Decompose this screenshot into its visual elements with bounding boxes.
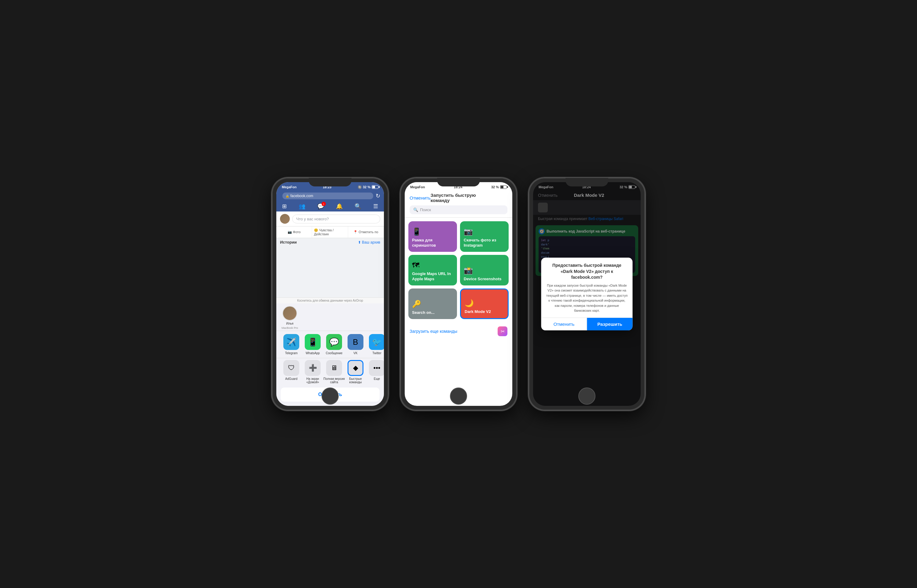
p2-title: Запустить быструю команду bbox=[431, 192, 493, 203]
fullsite-icon: 🖥 bbox=[326, 360, 342, 376]
share-app-twitter[interactable]: 🐦 Twitter bbox=[366, 334, 384, 355]
p2-card-frame[interactable]: 📱 Рамка для скриншотов bbox=[408, 221, 457, 252]
frame-icon: 📱 bbox=[412, 228, 453, 236]
fb-menu-icon[interactable]: ☰ bbox=[373, 203, 378, 210]
p2-load-link[interactable]: Загрузить еще команды bbox=[410, 329, 457, 334]
vk-icon: В bbox=[347, 334, 363, 350]
messenger-badge: 1 bbox=[321, 202, 326, 206]
p1-airdrop-banner: Коснитесь для обмена данными через AirDr… bbox=[276, 297, 384, 304]
p3-permission-dialog: Предоставить быстрой команде «Dark Mode … bbox=[541, 258, 633, 330]
p2-cancel-btn[interactable]: Отменить bbox=[410, 195, 431, 200]
share-app-messages[interactable]: 💬 Сообщение bbox=[323, 334, 345, 355]
p1-airdrop-section: Илья MacBook Pro bbox=[276, 304, 384, 331]
p1-airdrop-sub: MacBook Pro bbox=[281, 326, 298, 330]
shortcuts-icon: ◆ bbox=[347, 360, 363, 376]
p2-battery-icon bbox=[500, 185, 507, 189]
perm-cancel-btn[interactable]: Отменить bbox=[541, 318, 587, 330]
share-action-home[interactable]: ➕ На экран «Домой» bbox=[302, 360, 323, 384]
p1-share-apps: ✈️ Telegram 📱 WhatsApp 💬 Сообщение В VK bbox=[276, 331, 384, 358]
perm-body: При каждом запуске быстрой команды «Dark… bbox=[546, 283, 628, 313]
p2-shortcuts-app-icon: ✂ bbox=[497, 326, 507, 336]
maps-icon: 🗺 bbox=[412, 261, 453, 270]
telegram-icon: ✈️ bbox=[283, 334, 299, 350]
p1-stories-header: Истории ⬆ Ваш архив bbox=[276, 238, 384, 246]
p2-card-darkmode[interactable]: 🌙 Dark Mode V2 bbox=[460, 289, 509, 319]
share-app-telegram[interactable]: ✈️ Telegram bbox=[281, 334, 302, 355]
p1-home-button[interactable] bbox=[321, 388, 339, 405]
p1-post-input[interactable]: Что у вас нового? bbox=[292, 215, 380, 223]
fb-home-icon[interactable]: ⊞ bbox=[282, 203, 287, 210]
share-action-adguard[interactable]: 🛡 AdGuard bbox=[281, 360, 302, 384]
p2-home-button[interactable] bbox=[450, 388, 467, 405]
p1-time: 18:23 bbox=[323, 185, 331, 189]
add-home-icon: ➕ bbox=[305, 360, 321, 376]
p1-battery: 🔘 32 % bbox=[358, 185, 378, 189]
p1-post-box: Что у вас нового? bbox=[276, 212, 384, 226]
p2-search-bar[interactable]: 🔍 Поиск bbox=[410, 205, 507, 214]
p2-time: 18:24 bbox=[454, 185, 462, 189]
fb-messenger-icon[interactable]: 💬 1 bbox=[317, 203, 324, 210]
p2-search-icon: 🔍 bbox=[413, 207, 418, 212]
phone-3: MegaFon 18:24 32 % Отменить Dark Mode V2… bbox=[529, 178, 645, 410]
perm-allow-btn[interactable]: Разрешить bbox=[587, 318, 633, 330]
p2-header-top: Отменить Запустить быструю команду bbox=[410, 192, 507, 203]
instagram-icon: 📷 bbox=[464, 228, 505, 236]
perm-title: Предоставить быстрой команде «Dark Mode … bbox=[546, 263, 628, 281]
perm-buttons: Отменить Разрешить bbox=[541, 318, 633, 330]
messages-icon: 💬 bbox=[326, 334, 342, 350]
p2-card-screenshots[interactable]: 📸 Device Screenshots bbox=[460, 255, 509, 286]
search-on-icon: 🔑 bbox=[412, 300, 453, 309]
share-app-vk[interactable]: В VK bbox=[345, 334, 366, 355]
p1-feelings-btn[interactable]: 😊 Чувства / Действия bbox=[312, 226, 348, 238]
p2-card-search[interactable]: 🔑 Search on... bbox=[408, 289, 457, 319]
device-screenshots-icon: 📸 bbox=[464, 266, 505, 275]
share-action-shortcuts[interactable]: ◆ Быстрые команды bbox=[345, 360, 366, 384]
p1-checkin-btn[interactable]: 📍 Отметить по bbox=[348, 226, 384, 238]
phones-container: MegaFon 18:23 🔘 32 % 🔒 facebook.com ↻ ⊞ … bbox=[272, 178, 645, 410]
p3-home-button[interactable] bbox=[578, 388, 596, 405]
p2-carrier: MegaFon bbox=[410, 185, 425, 189]
p1-fb-toolbar: ⊞ 👥 💬 1 🔔 🔍 ☰ bbox=[276, 201, 384, 212]
phone-2-status-bar: MegaFon 18:24 32 % bbox=[405, 182, 512, 191]
phone-1-screen: MegaFon 18:23 🔘 32 % 🔒 facebook.com ↻ ⊞ … bbox=[276, 182, 384, 406]
share-action-more[interactable]: ••• Еще bbox=[366, 360, 384, 384]
p1-airdrop-user[interactable]: Илья MacBook Pro bbox=[281, 306, 299, 330]
p1-archive-link[interactable]: ⬆ Ваш архив bbox=[358, 240, 380, 244]
phone-3-screen: MegaFon 18:24 32 % Отменить Dark Mode V2… bbox=[533, 182, 641, 406]
p1-share-actions: 🛡 AdGuard ➕ На экран «Домой» 🖥 Полная ве… bbox=[276, 358, 384, 386]
p1-carrier: MegaFon bbox=[282, 185, 297, 189]
phone-2-screen: MegaFon 18:24 32 % Отменить Запустить бы… bbox=[405, 182, 512, 406]
p2-load-more: Загрузить еще команды ✂ bbox=[405, 323, 512, 340]
p1-browser-nav: 🔒 facebook.com ↻ bbox=[276, 191, 384, 201]
phone-1-status-bar: MegaFon 18:23 🔘 32 % bbox=[276, 182, 384, 191]
phone-1: MegaFon 18:23 🔘 32 % 🔒 facebook.com ↻ ⊞ … bbox=[272, 178, 388, 410]
battery-icon bbox=[372, 185, 378, 189]
darkmode-icon: 🌙 bbox=[465, 299, 504, 307]
adguard-icon: 🛡 bbox=[283, 360, 299, 376]
p2-header: Отменить Запустить быструю команду 🔍 Пои… bbox=[405, 191, 512, 218]
fb-search-icon[interactable]: 🔍 bbox=[355, 203, 361, 210]
p1-url-bar[interactable]: 🔒 facebook.com bbox=[283, 192, 373, 199]
share-app-whatsapp[interactable]: 📱 WhatsApp bbox=[302, 334, 323, 355]
p2-card-instagram[interactable]: 📷 Скачать фото из Instagram bbox=[460, 221, 509, 252]
p2-shortcuts-grid: 📱 Рамка для скриншотов 📷 Скачать фото из… bbox=[405, 218, 512, 323]
p1-airdrop-avatar bbox=[283, 306, 297, 321]
p1-user-avatar bbox=[280, 214, 290, 224]
p1-refresh-icon[interactable]: ↻ bbox=[376, 192, 380, 199]
twitter-icon: 🐦 bbox=[369, 334, 384, 350]
p1-photo-btn[interactable]: 📷 Фото bbox=[276, 226, 312, 238]
p2-card-googlemaps[interactable]: 🗺 Google Maps URL In Apple Maps bbox=[408, 255, 457, 286]
whatsapp-icon: 📱 bbox=[305, 334, 321, 350]
phone-2: MegaFon 18:24 32 % Отменить Запустить бы… bbox=[400, 178, 517, 410]
fb-bell-icon[interactable]: 🔔 bbox=[336, 203, 343, 210]
p1-airdrop-name: Илья bbox=[286, 322, 294, 325]
fb-friends-icon[interactable]: 👥 bbox=[299, 203, 305, 210]
more-icon: ••• bbox=[369, 360, 384, 376]
share-action-fullsite[interactable]: 🖥 Полная версия сайта bbox=[323, 360, 345, 384]
p1-actions-bar: 📷 Фото 😊 Чувства / Действия 📍 Отметить п… bbox=[276, 226, 384, 238]
p2-battery: 32 % bbox=[491, 185, 507, 189]
